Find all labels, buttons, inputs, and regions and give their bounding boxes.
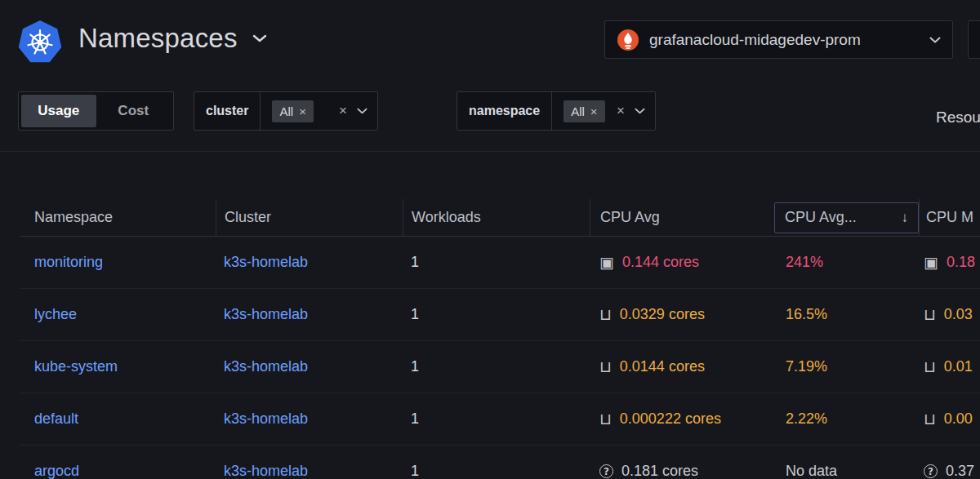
column-header-cluster[interactable]: Cluster [216,199,403,236]
clear-filter-icon[interactable]: × [617,103,625,119]
table-row: argocd k3s-homelab 1 ?0.181 cores No dat… [20,446,980,479]
cpu-avg-pct-value: 7.19% [786,358,827,375]
namespace-filter: namespace All × × [457,91,656,131]
cpu-avg-value: 0.000222 cores [620,410,721,428]
cpu-avg-pct-value: 241% [786,254,823,271]
usage-level-high-icon: ▣ [924,255,938,270]
cluster-link[interactable]: k3s-homelab [224,358,308,375]
cluster-link[interactable]: k3s-homelab [224,410,308,428]
chevron-down-icon [929,37,941,43]
column-header-cpu-avg-pct-sorted[interactable]: CPU Avg... ↓ [774,199,919,236]
namespace-filter-label: namespace [457,92,552,130]
table-row: kube-system k3s-homelab 1 ⊔0.0144 cores … [20,341,980,393]
cpu-avg-value: 0.144 cores [622,254,699,271]
usage-level-low-icon: ⊔ [924,411,936,427]
resources-link[interactable]: Resou [936,98,980,137]
chevron-down-icon[interactable] [635,108,645,114]
panel-divider [0,151,980,152]
column-header-workloads[interactable]: Workloads [403,199,590,236]
sorted-column-label: CPU Avg... [785,209,857,226]
table-row: default k3s-homelab 1 ⊔0.000222 cores 2.… [20,393,980,446]
tab-cost[interactable]: Cost [96,95,172,127]
chip-value: All [279,104,293,118]
workloads-count: 1 [411,306,419,323]
chip-close-icon[interactable]: × [299,104,306,118]
usage-level-low-icon: ⊔ [924,359,936,375]
table-row: lychee k3s-homelab 1 ⊔0.0329 cores 16.5%… [20,289,980,341]
usage-level-high-icon: ▣ [599,255,614,270]
cluster-filter-label: cluster [194,92,261,130]
usage-level-low-icon: ⊔ [924,307,936,322]
datasource-picker[interactable]: grafanacloud-midagedev-prom [604,20,953,59]
cpu-avg-pct-value: 2.22% [786,410,827,428]
namespace-link[interactable]: kube-system [34,358,118,375]
namespace-link[interactable]: monitoring [34,254,103,271]
clear-filter-icon[interactable]: × [339,103,347,119]
column-header-cpu-avg[interactable]: CPU Avg [590,199,774,236]
workloads-count: 1 [411,463,419,479]
column-header-namespace[interactable]: Namespace [20,199,216,236]
namespace-filter-chip-all[interactable]: All × [564,100,604,122]
namespace-link[interactable]: default [34,410,78,428]
cluster-link[interactable]: k3s-homelab [224,306,308,323]
dashboard-title-dropdown[interactable]: Namespaces [78,23,267,54]
secondary-control-partial[interactable] [968,20,980,59]
cpu-avg-value: 0.0329 cores [620,306,705,323]
tab-usage[interactable]: Usage [21,95,96,127]
cpu-max-value: 0.00 [944,410,973,428]
table-header-row: Namespace Cluster Workloads CPU Avg CPU … [20,199,980,237]
usage-cost-toggle: Usage Cost [18,91,174,131]
cpu-max-value: 0.01 [944,358,973,375]
prometheus-icon [617,29,639,51]
cluster-filter: cluster All × × [194,91,378,131]
no-data-question-icon: ? [599,464,613,478]
cpu-avg-value: 0.181 cores [621,463,698,479]
workloads-count: 1 [411,254,419,271]
namespace-link[interactable]: argocd [34,463,79,479]
workloads-count: 1 [411,410,419,428]
cpu-max-value: 0.03 [944,306,973,323]
namespaces-table: Namespace Cluster Workloads CPU Avg CPU … [20,199,980,479]
table-row: monitoring k3s-homelab 1 ▣0.144 cores 24… [20,237,980,289]
chip-close-icon[interactable]: × [590,104,598,118]
cpu-avg-value: 0.0144 cores [620,358,705,375]
cpu-avg-pct-value: No data [786,463,837,479]
cluster-filter-chip-all[interactable]: All × [272,100,313,122]
chevron-down-icon [252,34,267,42]
chevron-down-icon[interactable] [357,108,368,114]
usage-level-low-icon: ⊔ [599,359,612,375]
sort-desc-arrow-icon: ↓ [902,210,909,226]
chip-value: All [571,104,585,118]
cluster-link[interactable]: k3s-homelab [224,254,308,271]
usage-level-low-icon: ⊔ [599,307,612,322]
no-data-question-icon: ? [924,464,938,478]
kubernetes-logo-icon [18,20,62,64]
datasource-value: grafanacloud-midagedev-prom [649,31,920,49]
workloads-count: 1 [411,358,419,375]
cpu-avg-pct-value: 16.5% [786,306,827,323]
cpu-max-value: 0.37 [946,463,974,479]
cpu-max-value: 0.18 [947,254,975,271]
column-header-cpu-max[interactable]: CPU M [919,199,980,236]
page-title: Namespaces [78,23,238,54]
usage-level-low-icon: ⊔ [599,411,612,427]
namespace-link[interactable]: lychee [34,306,77,323]
cluster-link[interactable]: k3s-homelab [224,463,308,479]
